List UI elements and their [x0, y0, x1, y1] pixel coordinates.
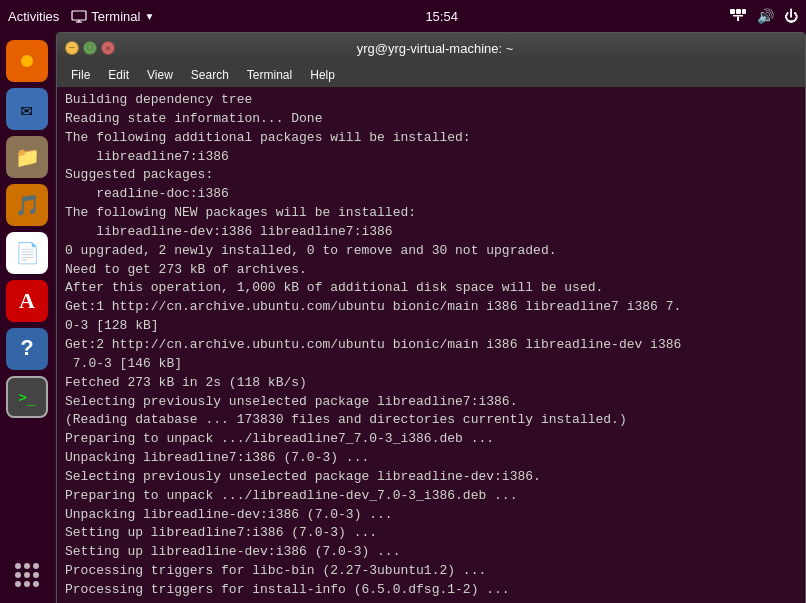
menu-view[interactable]: View — [139, 66, 181, 84]
terminal-line-24: Setting up libreadline-dev:i386 (7.0-3) … — [65, 543, 797, 562]
svg-rect-0 — [72, 11, 86, 20]
terminal-indicator[interactable]: Terminal ▼ — [71, 9, 154, 24]
menu-terminal[interactable]: Terminal — [239, 66, 300, 84]
terminal-line-14: 7.0-3 [146 kB] — [65, 355, 797, 374]
svg-rect-4 — [736, 9, 741, 14]
terminal-line-26: Processing triggers for install-info (6.… — [65, 581, 797, 600]
svg-point-9 — [21, 55, 33, 67]
terminal-dropdown-icon[interactable]: ▼ — [144, 11, 154, 22]
top-bar: Activities Terminal ▼ 15:54 🔊 ⏻ — [0, 0, 806, 32]
terminal-line-21: Preparing to unpack .../libreadline-dev_… — [65, 487, 797, 506]
terminal-line-15: Fetched 273 kB in 2s (118 kB/s) — [65, 374, 797, 393]
top-bar-clock: 15:54 — [425, 9, 458, 24]
window-title: yrg@yrg-virtual-machine: ~ — [115, 41, 755, 56]
terminal-line-18: Preparing to unpack .../libreadline7_7.0… — [65, 430, 797, 449]
terminal-line-8: 0 upgraded, 2 newly installed, 0 to remo… — [65, 242, 797, 261]
menu-help[interactable]: Help — [302, 66, 343, 84]
svg-rect-6 — [733, 15, 743, 17]
svg-rect-5 — [742, 9, 746, 14]
terminal-line-9: Need to get 273 kB of archives. — [65, 261, 797, 280]
terminal-line-11: Get:1 http://cn.archive.ubuntu.com/ubunt… — [65, 298, 797, 317]
sidebar-item-rhythmbox[interactable]: 🎵 — [6, 184, 48, 226]
terminal-line-7: libreadline-dev:i386 libreadline7:i386 — [65, 223, 797, 242]
menu-bar: File Edit View Search Terminal Help — [57, 63, 805, 87]
terminal-line-2: The following additional packages will b… — [65, 129, 797, 148]
top-bar-right: 🔊 ⏻ — [729, 8, 798, 25]
svg-rect-3 — [730, 9, 735, 14]
close-button[interactable]: ✕ — [101, 41, 115, 55]
terminal-line-23: Setting up libreadline7:i386 (7.0-3) ... — [65, 524, 797, 543]
network-svg — [729, 8, 747, 22]
sidebar-item-libreoffice[interactable]: 📄 — [6, 232, 48, 274]
terminal-line-25: Processing triggers for libc-bin (2.27-3… — [65, 562, 797, 581]
menu-file[interactable]: File — [63, 66, 98, 84]
title-bar: ─ □ ✕ yrg@yrg-virtual-machine: ~ — [57, 33, 805, 63]
sidebar-bottom — [15, 563, 39, 587]
monitor-icon — [71, 10, 87, 23]
terminal-line-4: Suggested packages: — [65, 166, 797, 185]
terminal-line-6: The following NEW packages will be insta… — [65, 204, 797, 223]
sidebar-item-terminal[interactable]: >_ — [6, 376, 48, 418]
terminal-line-10: After this operation, 1,000 kB of additi… — [65, 279, 797, 298]
power-icon[interactable]: ⏻ — [784, 8, 798, 24]
apps-grid-icon[interactable] — [15, 563, 39, 587]
terminal-line-13: Get:2 http://cn.archive.ubuntu.com/ubunt… — [65, 336, 797, 355]
terminal-line-17: (Reading database ... 173830 files and d… — [65, 411, 797, 430]
terminal-line-1: Reading state information... Done — [65, 110, 797, 129]
firefox-svg — [13, 47, 41, 75]
terminal-content[interactable]: Building dependency tree Reading state i… — [57, 87, 805, 603]
terminal-line-3: libreadline7:i386 — [65, 148, 797, 167]
terminal-line-22: Unpacking libreadline-dev:i386 (7.0-3) .… — [65, 506, 797, 525]
sidebar-item-firefox[interactable] — [6, 40, 48, 82]
terminal-line-16: Selecting previously unselected package … — [65, 393, 797, 412]
menu-search[interactable]: Search — [183, 66, 237, 84]
terminal-line-19: Unpacking libreadline7:i386 (7.0-3) ... — [65, 449, 797, 468]
terminal-line-5: readline-doc:i386 — [65, 185, 797, 204]
window-controls: ─ □ ✕ — [65, 41, 115, 55]
minimize-button[interactable]: ─ — [65, 41, 79, 55]
network-icon[interactable] — [729, 8, 747, 25]
terminal-line-0: Building dependency tree — [65, 91, 797, 110]
terminal-window: ─ □ ✕ yrg@yrg-virtual-machine: ~ File Ed… — [56, 32, 806, 603]
sidebar-item-help[interactable]: ? — [6, 328, 48, 370]
activities-button[interactable]: Activities — [8, 9, 59, 24]
sidebar: ✉ 📁 🎵 📄 A ? >_ — [0, 32, 54, 603]
volume-icon[interactable]: 🔊 — [757, 8, 774, 24]
terminal-label: Terminal — [91, 9, 140, 24]
sidebar-item-thunderbird[interactable]: ✉ — [6, 88, 48, 130]
terminal-line-20: Selecting previously unselected package … — [65, 468, 797, 487]
sidebar-item-font-manager[interactable]: A — [6, 280, 48, 322]
terminal-line-12: 0-3 [128 kB] — [65, 317, 797, 336]
sidebar-item-files[interactable]: 📁 — [6, 136, 48, 178]
maximize-button[interactable]: □ — [83, 41, 97, 55]
top-bar-left: Activities Terminal ▼ — [8, 9, 154, 24]
svg-rect-7 — [737, 16, 739, 21]
menu-edit[interactable]: Edit — [100, 66, 137, 84]
